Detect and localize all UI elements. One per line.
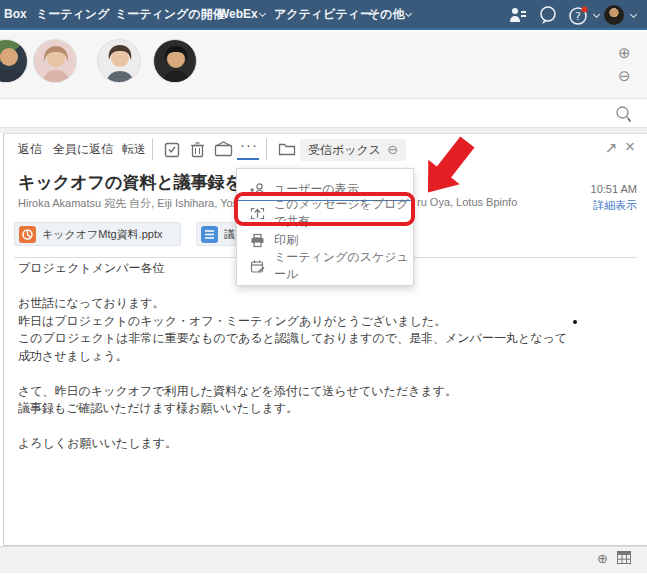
menu-item-label: 印刷	[274, 232, 298, 249]
svg-text:?: ?	[575, 10, 581, 23]
grid-view-icon[interactable]	[617, 551, 631, 566]
schedule-meeting-icon	[250, 259, 265, 274]
remove-label-icon[interactable]: ⊖	[387, 142, 398, 157]
toolbar-divider	[266, 138, 267, 160]
people-strip: ⊕ ⊖	[0, 32, 647, 98]
message-time: 10:51 AM	[591, 183, 637, 195]
people-directory-icon[interactable]	[508, 5, 528, 25]
chevron-down-icon	[593, 11, 600, 18]
person-avatar[interactable]	[153, 39, 197, 83]
delete-icon[interactable]	[190, 141, 208, 157]
expand-icon[interactable]: ↗	[605, 140, 618, 155]
message-from-to-continued: ru Oya, Lotus Bpinfo	[417, 196, 517, 208]
document-file-icon	[201, 226, 218, 243]
user-avatar[interactable]	[604, 5, 624, 25]
message-from-to: Hiroka Akamatsu 宛先 自分, Eiji Ishihara, Yo…	[18, 196, 271, 211]
chevron-down-icon	[405, 10, 412, 17]
nav-item-more[interactable]: その他	[368, 0, 405, 28]
nav-item-box[interactable]: Box	[4, 0, 27, 28]
chat-bubble-icon[interactable]	[538, 5, 558, 25]
top-navigation-bar: Box ミーティング ミーティングの開催 WebEx アクティビティー その他 …	[0, 0, 647, 30]
message-subject: キックオフの資料と議事録を	[18, 171, 242, 194]
menu-item-label: このメッセージをブログで共有...	[274, 196, 413, 230]
add-person-button[interactable]: ⊕	[618, 45, 631, 60]
menu-item-label: ミーティングのスケジュール	[274, 249, 413, 283]
folder-icon[interactable]	[278, 141, 296, 157]
menu-item-label: ユーザーの表示	[274, 181, 359, 198]
person-avatar[interactable]	[97, 39, 141, 83]
nav-item-webex[interactable]: WebEx	[218, 0, 258, 28]
mark-todo-icon[interactable]	[164, 141, 182, 157]
more-actions-menu: ユーザーの表示 このメッセージをブログで共有... 印刷 ミーティングのスケジュ…	[236, 168, 414, 286]
nav-item-host-meeting[interactable]: ミーティングの開催	[115, 0, 225, 28]
reply-all-button[interactable]: 全員に返信	[53, 139, 113, 159]
app-window: Box ミーティング ミーティングの開催 WebEx アクティビティー その他 …	[0, 0, 647, 575]
toolbar-divider	[152, 138, 153, 160]
help-icon[interactable]: ?	[568, 5, 588, 25]
share-blog-icon	[250, 206, 265, 221]
menu-item-share-to-blog[interactable]: このメッセージをブログで共有...	[237, 201, 413, 225]
close-icon[interactable]: ×	[625, 138, 635, 155]
chevron-down-icon	[259, 10, 266, 17]
nav-item-activities[interactable]: アクティビティー	[274, 0, 372, 28]
search-bar[interactable]	[0, 98, 647, 128]
forward-button[interactable]: 転送	[122, 139, 146, 159]
print-icon	[250, 233, 265, 248]
attachment-name: キックオフMtg資料.pptx	[42, 227, 162, 242]
inbox-label-chip[interactable]: 受信ボックス⊖	[300, 139, 406, 161]
inbox-label: 受信ボックス	[308, 143, 381, 157]
powerpoint-file-icon	[19, 226, 36, 243]
person-avatar[interactable]	[33, 39, 77, 83]
menu-item-schedule-meeting[interactable]: ミーティングのスケジュール	[237, 253, 413, 279]
footer-bar	[0, 546, 647, 573]
person-avatar[interactable]	[0, 39, 28, 83]
stray-dot	[573, 320, 577, 324]
remove-person-button[interactable]: ⊖	[618, 68, 631, 83]
nav-item-meetings[interactable]: ミーティング	[36, 0, 109, 28]
show-users-icon	[250, 182, 265, 197]
active-tab-indicator	[237, 158, 259, 160]
chevron-down-icon	[630, 11, 637, 18]
search-icon[interactable]	[615, 105, 633, 123]
message-body: プロジェクトメンバー各位 お世話になっております。 昨日はプロジェクトのキック・…	[18, 260, 578, 453]
add-button[interactable]: ⊕	[597, 552, 608, 565]
reply-button[interactable]: 返信	[18, 139, 42, 159]
mark-unread-icon[interactable]	[214, 141, 232, 157]
more-actions-button[interactable]: ···	[240, 136, 258, 153]
attachment-pptx[interactable]: キックオフMtg資料.pptx	[14, 222, 181, 246]
details-link[interactable]: 詳細表示	[593, 198, 637, 213]
